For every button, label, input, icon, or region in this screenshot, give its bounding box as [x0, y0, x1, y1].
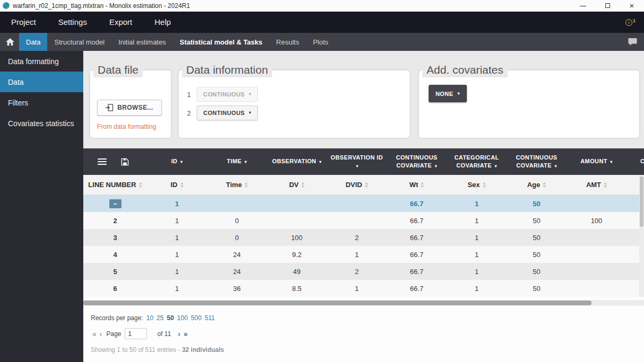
records-per-page-option-100[interactable]: 100	[177, 314, 188, 322]
from-data-formatting-link[interactable]: From data formatting	[97, 123, 156, 130]
dropdown-value: CONTINUOUS	[203, 110, 245, 116]
records-per-page-option-511[interactable]: 511	[205, 314, 215, 322]
chevron-down-icon: ▾	[180, 160, 182, 164]
add-covariates-dropdown[interactable]: NONE ▾	[429, 85, 467, 102]
sidebar-item-filters[interactable]: Filters	[0, 92, 83, 113]
column-header-time[interactable]: Time	[207, 175, 267, 195]
tab-statistical-model-tasks[interactable]: Statistical model & Tasks	[173, 33, 269, 51]
last-page-button[interactable]: »	[182, 330, 189, 338]
table-cell: 1	[147, 280, 207, 297]
table-cell: 66.7	[387, 195, 447, 212]
records-per-page-option-500[interactable]: 500	[191, 314, 202, 322]
type-header-time[interactable]: TIME ▾	[207, 148, 267, 175]
table-cell: 0	[207, 212, 267, 229]
chevron-down-icon: ▾	[494, 164, 497, 169]
table-cell	[267, 212, 327, 229]
notification-icon[interactable]: i1	[625, 19, 636, 26]
page-input[interactable]	[125, 328, 147, 339]
home-icon	[6, 38, 14, 46]
column-header-age[interactable]: Age	[507, 175, 567, 195]
table-cell	[267, 195, 327, 212]
type-header-categorical-covariate[interactable]: CATEGORICAL COVARIATE ▾	[447, 148, 507, 175]
column-header-amt[interactable]: AMT	[567, 175, 626, 195]
save-table-icon[interactable]	[121, 158, 129, 166]
menubar: Project Settings Export Help i1	[0, 12, 644, 33]
records-per-page-option-25[interactable]: 25	[156, 314, 163, 322]
table-cell: 1	[147, 246, 207, 263]
records-per-page-option-10[interactable]: 10	[146, 314, 153, 322]
type-header-observation[interactable]: OBSERVATION ▾	[267, 148, 327, 175]
table-cell: 1	[327, 280, 387, 297]
minimize-button[interactable]: —	[571, 0, 595, 11]
column-header-id[interactable]: ID	[147, 175, 207, 195]
first-page-button[interactable]: «	[91, 330, 98, 338]
table-cell: 1	[447, 280, 507, 297]
table-cell: 1	[447, 229, 507, 246]
table-cell	[327, 212, 387, 229]
observation-type-2-dropdown[interactable]: CONTINUOUS ▾	[197, 105, 258, 120]
column-header-dv[interactable]: DV	[267, 175, 327, 195]
table-cell: 5	[83, 263, 147, 280]
sidebar-item-covariates-statistics[interactable]: Covariates statistics	[0, 113, 83, 134]
table-cell: 6	[83, 280, 147, 297]
table-cell: 66.7	[387, 280, 447, 297]
home-tab[interactable]	[1, 33, 19, 51]
maximize-button[interactable]	[595, 0, 620, 11]
table-cell: 1	[147, 229, 207, 246]
menu-export[interactable]: Export	[98, 12, 143, 33]
window-title: warfarin_r02_1cmp_tlag.mlxtran - Monolix…	[13, 2, 190, 10]
observation-type-1-dropdown[interactable]: CONTINUOUS ▾	[197, 87, 258, 102]
horizontal-scrollbar-thumb[interactable]	[83, 301, 591, 305]
browse-button[interactable]: BROWSE...	[97, 100, 162, 116]
feedback-icon[interactable]	[628, 38, 638, 46]
table-row[interactable]: 310100266.7150	[83, 229, 644, 246]
table-cell: 66.7	[387, 263, 447, 280]
records-per-page-option-50[interactable]: 50	[167, 314, 173, 322]
prev-page-button[interactable]: ‹	[98, 330, 104, 338]
table-cell: 50	[507, 246, 567, 263]
records-per-page-label: Records per page:	[91, 314, 143, 322]
dropdown-value: NONE	[436, 91, 453, 97]
vertical-scrollbar[interactable]	[639, 175, 644, 297]
vertical-scrollbar-thumb[interactable]	[640, 176, 643, 227]
sidebar-item-data[interactable]: Data	[0, 72, 83, 92]
table-row[interactable]: 41249.2166.7150	[83, 246, 644, 263]
chevron-down-icon: ▾	[356, 164, 358, 169]
column-header-dvid[interactable]: DVID	[327, 175, 387, 195]
menu-settings[interactable]: Settings	[47, 12, 98, 33]
table-row[interactable]: 61368.5166.7150	[83, 280, 644, 297]
column-header-wt[interactable]: Wt	[387, 175, 447, 195]
pagination: « ‹ Page of 11 › »	[91, 328, 644, 339]
collapse-group-button[interactable]: −	[109, 199, 121, 208]
type-header-id[interactable]: ID ▾	[147, 148, 207, 175]
table-cell	[327, 195, 387, 212]
menu-project[interactable]: Project	[0, 12, 47, 33]
chevron-down-icon: ▾	[554, 164, 556, 169]
chevron-down-icon: ▾	[434, 164, 437, 169]
type-header-amount[interactable]: AMOUNT ▾	[567, 148, 626, 175]
tab-plots[interactable]: Plots	[306, 33, 335, 51]
table-cell: 50	[507, 212, 567, 229]
sidebar-item-data-formatting[interactable]: Data formatting	[0, 51, 83, 72]
showing-text: Showing 1 to 50 of 511 entries -	[91, 346, 182, 354]
close-button[interactable]: ×	[620, 0, 644, 11]
table-row[interactable]: 512449266.7150	[83, 263, 644, 280]
type-header-continuous-covariate[interactable]: CONTINUOUS COVARIATE ▾	[507, 148, 567, 175]
table-cell: 1	[147, 212, 207, 229]
table-cell: 8.5	[267, 280, 327, 297]
type-header-continuous-covariate[interactable]: CONTINUOUS COVARIATE ▾	[387, 148, 447, 175]
column-header-sex[interactable]: Sex	[447, 175, 507, 195]
column-header-line-number[interactable]: LINE NUMBER	[83, 175, 147, 195]
tab-initial-estimates[interactable]: Initial estimates	[111, 33, 173, 51]
menu-help[interactable]: Help	[143, 12, 182, 33]
tab-structural-model[interactable]: Structural model	[47, 33, 111, 51]
table-menu-icon[interactable]	[98, 158, 107, 165]
tab-results[interactable]: Results	[269, 33, 306, 51]
next-page-button[interactable]: ›	[176, 330, 182, 338]
tab-data[interactable]: Data	[19, 33, 47, 51]
horizontal-scrollbar[interactable]	[83, 300, 644, 306]
table-row[interactable]: −166.7150	[83, 195, 644, 212]
table-row[interactable]: 21066.7150100	[83, 212, 644, 229]
type-header-observation-id[interactable]: OBSERVATION ID ▾	[327, 148, 387, 175]
data-information-panel-title: Data information	[182, 63, 272, 77]
